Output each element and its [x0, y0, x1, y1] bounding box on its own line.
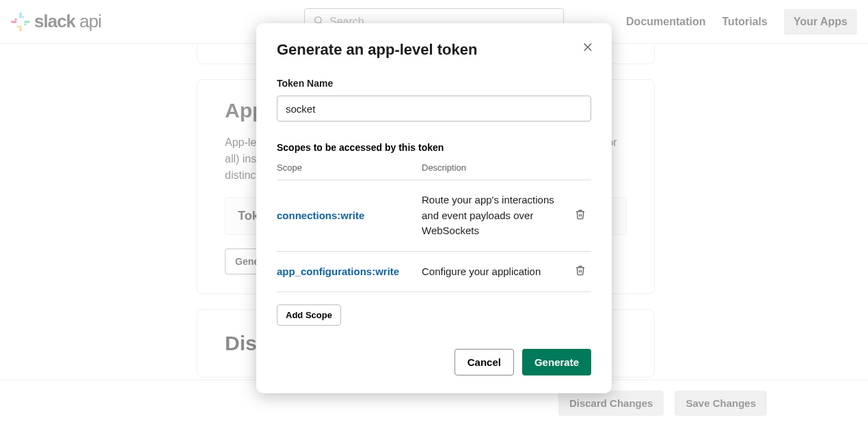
scope-name: app_configurations:write — [277, 266, 422, 277]
scopes-section-title: Scopes to be accessed by this token — [277, 142, 591, 153]
scope-description: Configure your application — [422, 264, 575, 280]
generate-button[interactable]: Generate — [522, 349, 591, 375]
scope-description: Route your app's interactions and event … — [422, 193, 575, 239]
modal-title: Generate an app-level token — [277, 41, 591, 59]
token-name-label: Token Name — [277, 78, 591, 89]
add-scope-button[interactable]: Add Scope — [277, 304, 341, 326]
close-icon[interactable] — [582, 41, 594, 56]
token-name-input[interactable] — [277, 96, 591, 122]
col-scope: Scope — [277, 162, 422, 173]
generate-token-modal: Generate an app-level token Token Name S… — [256, 23, 612, 393]
col-description: Description — [422, 162, 466, 173]
scope-row: connections:write Route your app's inter… — [277, 180, 591, 252]
scope-row: app_configurations:write Configure your … — [277, 252, 591, 293]
trash-icon[interactable] — [575, 265, 591, 279]
scopes-table-header: Scope Description — [277, 162, 591, 180]
cancel-button[interactable]: Cancel — [455, 349, 514, 375]
modal-footer: Cancel Generate — [277, 349, 591, 375]
trash-icon[interactable] — [575, 209, 591, 223]
scope-name: connections:write — [277, 210, 422, 221]
modal-overlay: Generate an app-level token Token Name S… — [0, 0, 868, 426]
